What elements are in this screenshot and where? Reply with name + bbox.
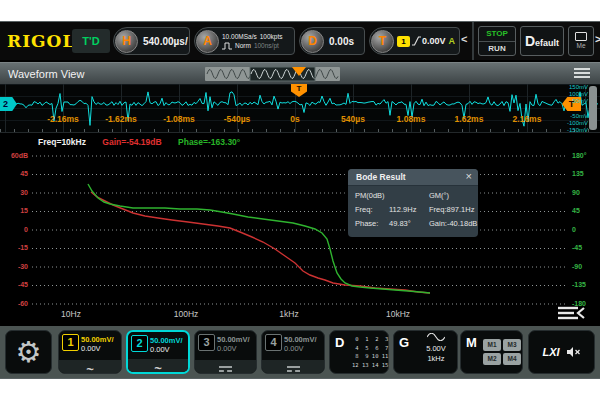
top-status-bar: RIGOL T'D H 540.00µs/ A 10.00MSa/s 100kp… [0,22,600,60]
bode-result-dialog[interactable]: Bode Result × PM(0dB) GM(°) Freq: 112.9H… [348,169,478,237]
delay-button[interactable]: D 0.00s [299,27,365,55]
rigol-logo: RIGOL [7,31,75,51]
dc-coupling-icon [219,366,232,374]
gm-gain-value: Gain:-40.18dB [429,219,478,228]
channel-4-button[interactable]: 4 50.00mV/0.00V [261,330,325,374]
time-label: -540µs [224,114,251,124]
default-label-initial: D [525,33,535,49]
waveform-display[interactable]: 2 T T -2.16ms-1.62ms-1.08ms-540µs0s540µs… [0,84,600,132]
default-button[interactable]: Default [520,26,564,56]
vertical-scrollbar[interactable] [589,86,597,130]
sample-rate-value: 10.00MSa/s [222,33,257,41]
waveform-view-title: Waveform View [8,63,84,85]
time-label: 540µs [341,114,365,124]
gain-axis-label: 60dB [2,152,28,159]
math-m1-button[interactable]: M1 [483,339,501,351]
math-button[interactable]: M M1 M3 M2 M4 [460,330,523,374]
dialog-body: PM(0dB) GM(°) Freq: 112.9Hz Freq:897.1Hz… [348,186,478,228]
generator-amplitude: 5.00V [416,344,456,354]
bode-plot-panel: Freq=10kHz Gain=-54.19dB Phase=-163.30° … [0,132,600,326]
dialog-header[interactable]: Bode Result × [348,169,478,186]
dc-coupling-icon [287,366,300,374]
channel-1-offset: 0.00V [81,344,119,353]
timebase-preview-strip[interactable] [205,65,345,83]
phase-axis-label: -90 [572,263,582,270]
oscilloscope-screen: RIGOL T'D H 540.00µs/ A 10.00MSa/s 100kp… [0,22,600,378]
channel-3-button[interactable]: 3 50.00mV/0.00V [194,330,257,374]
channel-1-button[interactable]: 1 50.00mV/0.00V ~ [58,330,122,374]
acquisition-knob-icon[interactable]: A [196,30,219,53]
phase-axis-label: 180° [572,152,586,159]
bode-readout: Freq=10kHz Gain=-54.19dB Phase=-163.30° [38,137,240,147]
math-m2-button[interactable]: M2 [483,353,501,365]
more-label: Me [569,42,593,49]
nav-right-chevron-icon[interactable]: > [595,33,600,45]
bode-chart [30,151,570,311]
preview-window[interactable] [250,67,315,81]
settings-gear-button[interactable]: ⚙ [5,330,52,374]
volt-label: 150mV [546,84,588,91]
collapse-menu-icon[interactable] [556,305,586,321]
memory-depth-value: 100kpts [260,33,283,41]
math-m3-button[interactable]: M3 [503,339,521,351]
volt-label: 100mV [546,91,588,98]
channel-1-scale: 50.00mV/ [81,335,119,344]
trigger-sweep-mode: A [449,36,456,46]
phase-axis-label: 0 [572,226,576,233]
horizontal-settings-button[interactable]: H 540.00µs/ [113,27,190,55]
generator-frequency: 1kHz [416,354,456,364]
acquisition-button[interactable]: A 10.00MSa/s 100kpts Norm 100ns/pt [194,27,295,55]
channel-1-badge: 1 [62,334,79,351]
trigger-level-value: 0.00V [422,36,446,46]
speaker-muted-icon[interactable] [566,346,581,358]
ac-coupling-icon: ~ [154,361,162,376]
time-label: -2.16ms [47,114,79,124]
lxi-status: LXI [528,330,595,374]
channel-3-offset: 0.00V [217,344,255,353]
time-label: 0s [290,114,299,124]
phase-axis-label: 90 [572,189,580,196]
channel-2-scale: 50.00mV/ [150,336,188,345]
nav-left-chevron-icon[interactable]: < [461,33,467,45]
math-channel-grid: M1 M3 M2 M4 [483,339,521,365]
stop-label: STOP [479,27,515,42]
gain-axis-label: -60 [2,300,28,307]
gain-axis-label: -15 [2,244,28,251]
channel-2-button[interactable]: 2 50.00mV/0.00V ~ [126,330,190,374]
volt-label: -100mV [546,120,588,127]
delay-knob-icon[interactable]: D [301,30,324,53]
channel-4-scale: 50.00mV/ [284,335,322,344]
digital-channels-button[interactable]: D 0 1 2 3 4 5 6 7 8 9 10 1112 13 14 15 [329,330,389,374]
volt-label: -50mV [546,113,588,120]
channel-3-scale: 50.00mV/ [217,335,255,344]
freq-axis-label: 1kHz [279,309,298,319]
digital-channel-grid: 0 1 2 3 4 5 6 7 8 9 10 1112 13 14 15 [352,335,388,369]
trigger-source-badge: 1 [397,36,410,47]
channel-2-coupling: ~ [128,359,188,372]
channel-4-badge: 4 [265,334,282,351]
gain-axis-label: 15 [2,207,28,214]
gain-axis-label: 30 [2,189,28,196]
trigger-knob-icon[interactable]: T [371,30,394,53]
gm-header: GM(°) [429,191,478,200]
menu-icon[interactable] [574,68,590,80]
phase-axis-label: -180 [572,300,586,307]
phase-axis-label: 135 [572,170,584,177]
channel-2-badge: 2 [131,335,148,352]
generator-button[interactable]: G 5.00V 1kHz [393,330,458,374]
delay-value: 0.00s [329,36,354,47]
pulse-icon [222,42,232,50]
pm-header: PM(0dB) [355,191,429,200]
close-icon[interactable]: × [466,169,472,184]
math-m4-button[interactable]: M4 [503,353,521,365]
horizontal-knob-icon[interactable]: H [115,30,138,53]
time-label: -1.62ms [105,114,137,124]
time-label: 1.08ms [397,114,426,124]
trigger-settings-button[interactable]: T 1 0.00V A [369,27,460,55]
more-menu-button[interactable]: Me [568,26,594,56]
pm-phase-value: 49.83° [389,219,429,228]
pm-freq-value: 112.9Hz [389,205,429,214]
default-label-rest: efault [535,38,559,48]
stop-run-button[interactable]: STOP RUN [478,26,516,56]
ac-coupling-icon: ~ [86,362,94,377]
